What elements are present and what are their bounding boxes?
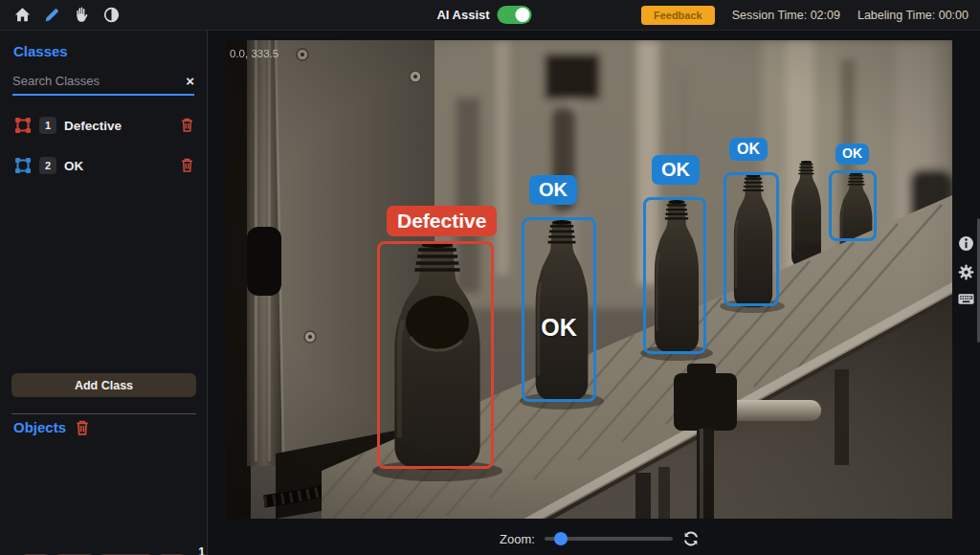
settings-gear-icon[interactable]: [958, 264, 974, 280]
topbar-right: Feedback Session Time: 02:09 Labeling Ti…: [641, 0, 969, 31]
zoom-label: Zoom:: [500, 532, 535, 546]
objects-title: Objects: [13, 419, 66, 435]
search-classes-input[interactable]: [12, 74, 186, 88]
pencil-icon[interactable]: [41, 5, 62, 26]
class-hotkey-badge: 1: [39, 117, 56, 134]
class-row-ok[interactable]: 2 OK: [15, 155, 194, 176]
zoom-controls: Zoom:: [500, 530, 700, 547]
bbox-class-icon-red: [15, 118, 31, 133]
labeling-canvas[interactable]: 0.0, 333.5 Defective OK OK OK OK OK: [226, 40, 952, 519]
ai-assist-toggle[interactable]: [498, 6, 532, 24]
contrast-icon[interactable]: [100, 5, 122, 26]
bbox-defective[interactable]: [377, 241, 494, 469]
search-classes-row: ×: [12, 74, 194, 96]
labeling-time: Labeling Time: 00:00: [858, 9, 969, 22]
image-nav-controls: ← Skip Submit → 1 / 1: [21, 545, 207, 555]
class-hotkey-badge: 2: [39, 157, 56, 174]
annotation-canvas-area: 0.0, 333.5 Defective OK OK OK OK OK Zoom…: [208, 31, 980, 555]
class-row-defective[interactable]: 1 Defective: [15, 115, 194, 136]
class-name: OK: [64, 159, 181, 173]
delete-class-icon[interactable]: [181, 158, 194, 173]
sidebar-divider: [11, 413, 196, 414]
bbox-ok-4[interactable]: [829, 170, 877, 241]
bbox-label-ok-4[interactable]: OK: [835, 144, 869, 165]
bbox-label-ok-1[interactable]: OK: [529, 175, 577, 205]
bbox-label-defective[interactable]: Defective: [387, 206, 497, 236]
zoom-slider[interactable]: [545, 537, 673, 541]
cursor-coordinates: 0.0, 333.5: [230, 48, 278, 59]
info-icon[interactable]: [958, 235, 974, 252]
delete-all-objects-icon[interactable]: [76, 420, 89, 435]
bbox-ok-1[interactable]: [522, 217, 596, 402]
bbox-class-icon-blue: [15, 158, 31, 173]
page-indicator: 1 / 1: [198, 545, 207, 555]
hand-icon[interactable]: [71, 5, 92, 26]
bbox-ok-2[interactable]: [643, 197, 706, 354]
zoom-slider-thumb[interactable]: [554, 532, 568, 545]
ai-assist-control: AI Assist: [436, 6, 531, 24]
class-name: Defective: [64, 119, 181, 133]
objects-section-header: Objects: [13, 419, 89, 435]
top-toolbar: AI Assist Feedback Session Time: 02:09 L…: [0, 0, 980, 31]
bbox-ok-3[interactable]: [724, 172, 779, 306]
feedback-button[interactable]: Feedback: [641, 6, 715, 25]
delete-class-icon[interactable]: [181, 118, 194, 133]
reset-zoom-icon[interactable]: [682, 530, 700, 547]
bbox-label-ok-3[interactable]: OK: [729, 138, 768, 161]
home-icon[interactable]: [11, 5, 33, 26]
left-sidebar: Classes × 1 Defective 2 OK: [0, 31, 208, 555]
classes-title: Classes: [13, 43, 207, 59]
clear-search-icon[interactable]: ×: [186, 74, 194, 88]
bbox-inner-label-ok-1: OK: [522, 314, 596, 342]
bbox-label-ok-2[interactable]: OK: [652, 155, 700, 185]
toggle-knob: [516, 8, 530, 22]
ai-assist-label: AI Assist: [436, 8, 489, 22]
canvas-side-controls: [954, 235, 977, 309]
keyboard-shortcuts-icon[interactable]: [958, 293, 974, 309]
session-time: Session Time: 02:09: [732, 9, 840, 22]
add-class-button[interactable]: Add Class: [11, 373, 196, 397]
tool-group: [11, 5, 122, 26]
